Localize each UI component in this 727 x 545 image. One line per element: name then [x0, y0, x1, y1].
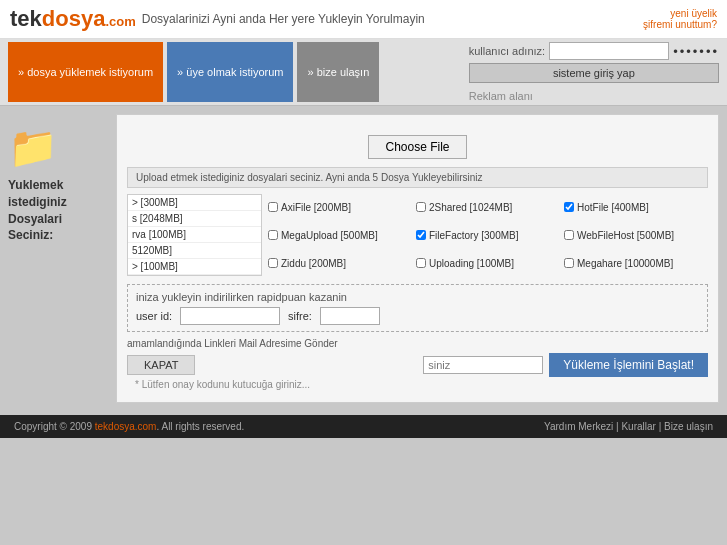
checkbox-filefactory[interactable]	[416, 230, 426, 240]
checkbox-megahare[interactable]	[564, 258, 574, 268]
hosts-section: > [300MB] s [2048MB] rva [100MB] 5120MB]…	[127, 194, 708, 276]
checkbox-hotfile[interactable]	[564, 202, 574, 212]
logo-dosya: dosya	[42, 6, 106, 32]
hosts-left: > [300MB] s [2048MB] rva [100MB] 5120MB]…	[127, 194, 262, 276]
footer: Copyright © 2009 tekdosya.com. All right…	[0, 415, 727, 438]
footer-link-help[interactable]: Yardım Merkezi	[544, 421, 613, 432]
checkbox-ziddu[interactable]	[268, 258, 278, 268]
mail-row: amamlandığında Linkleri Mail Adresime Gö…	[127, 338, 708, 349]
navbar: » dosya yüklemek istiyorum » üye olmak i…	[0, 39, 727, 106]
nav-contact-btn[interactable]: » bize ulaşın	[297, 42, 379, 102]
footer-links: Yardım Merkezi | Kurallar | Bize ulaşın	[544, 421, 713, 432]
host-item-filefactory: FileFactory [300MB]	[414, 222, 560, 248]
checkbox-2shared[interactable]	[416, 202, 426, 212]
tagline: Dosyalarinizi Ayni anda Her yere Yukleyi…	[142, 12, 425, 26]
main-wrapper: 📁 Yuklemek istediginiz Dosyalari Seciniz…	[0, 106, 727, 411]
kapat-btn[interactable]: KAPAT	[127, 355, 195, 375]
header-right: yeni üyelik şifremi unuttum?	[643, 8, 717, 30]
logo: tekdosya.com	[10, 6, 136, 32]
host-label-ziddu: Ziddu [200MB]	[281, 258, 346, 269]
rapidpuan-row: user id: sifre:	[136, 307, 699, 325]
host-label-hotfile: HotFile [400MB]	[577, 202, 649, 213]
host-label-uploading: Uploading [100MB]	[429, 258, 514, 269]
nav-upload-btn[interactable]: » dosya yüklemek istiyorum	[8, 42, 163, 102]
start-upload-btn[interactable]: Yükleme İşlemini Başlat!	[549, 353, 708, 377]
footer-link-contact[interactable]: Bize ulaşın	[664, 421, 713, 432]
host-left-item: > [300MB]	[128, 195, 261, 211]
host-item-axifile: AxiFile [200MB]	[266, 194, 412, 220]
host-left-item: 5120MB]	[128, 243, 261, 259]
hosts-grid: AxiFile [200MB] 2Shared [1024MB] HotFile…	[266, 194, 708, 276]
host-item-hotfile: HotFile [400MB]	[562, 194, 708, 220]
host-left-item: rva [100MB]	[128, 227, 261, 243]
username-label: kullanıcı adınız:	[469, 45, 545, 57]
host-label-megahare: Megahare [10000MB]	[577, 258, 673, 269]
password-dots: •••••••	[673, 44, 719, 59]
footer-left: Copyright © 2009 tekdosya.com. All right…	[14, 421, 244, 432]
sifre-label: sifre:	[288, 310, 312, 322]
host-item-megahare: Megahare [10000MB]	[562, 250, 708, 276]
rapidpuan-title: iniza yukleyin indirilirken rapidpuan ka…	[136, 291, 699, 303]
sifre-unut-link[interactable]: şifremi unuttum?	[643, 19, 717, 30]
host-label-megaupload: MegaUpload [500MB]	[281, 230, 378, 241]
host-left-item: s [2048MB]	[128, 211, 261, 227]
upload-box: Choose File Upload etmek istediginiz dos…	[116, 114, 719, 403]
yeni-uye-link[interactable]: yeni üyelik	[670, 8, 717, 19]
choose-file-btn[interactable]: Choose File	[368, 135, 466, 159]
login-row: kullanıcı adınız: •••••••	[469, 42, 719, 60]
sifre-input[interactable]	[320, 307, 380, 325]
choose-file-area: Choose File	[127, 125, 708, 167]
user-id-label: user id:	[136, 310, 172, 322]
logo-tek: tek	[10, 6, 42, 32]
mail-label: amamlandığında Linkleri Mail Adresime Gö…	[127, 338, 338, 349]
host-item-ziddu: Ziddu [200MB]	[266, 250, 412, 276]
bottom-row: KAPAT Yükleme İşlemini Başlat!	[127, 353, 708, 377]
reklam-text: Reklam alanı	[469, 90, 719, 102]
host-label-axifile: AxiFile [200MB]	[281, 202, 351, 213]
logo-com: .com	[105, 14, 135, 29]
host-item-webfilehost: WebFileHost [500MB]	[562, 222, 708, 248]
footer-brand: tekdosya.com	[95, 421, 157, 432]
checkbox-megaupload[interactable]	[268, 230, 278, 240]
rapidpuan-box: iniza yukleyin indirilirken rapidpuan ka…	[127, 284, 708, 332]
host-label-2shared: 2Shared [1024MB]	[429, 202, 512, 213]
host-left-item: > [100MB]	[128, 259, 261, 275]
username-input[interactable]	[549, 42, 669, 60]
checkbox-axifile[interactable]	[268, 202, 278, 212]
header: tekdosya.com Dosyalarinizi Ayni anda Her…	[0, 0, 727, 39]
left-panel: 📁 Yuklemek istediginiz Dosyalari Seciniz…	[8, 114, 108, 403]
notice: * Lütfen onay kodunu kutucuğa giriniz...	[127, 377, 708, 392]
footer-rights: . All rights reserved.	[156, 421, 244, 432]
footer-copyright: Copyright © 2009	[14, 421, 95, 432]
checkbox-uploading[interactable]	[416, 258, 426, 268]
info-bar: Upload etmek istediginiz dosyalari secin…	[127, 167, 708, 188]
nav-register-btn[interactable]: » üye olmak istiyorum	[167, 42, 293, 102]
host-label-webfilehost: WebFileHost [500MB]	[577, 230, 674, 241]
footer-link-rules[interactable]: Kurallar	[621, 421, 655, 432]
host-label-filefactory: FileFactory [300MB]	[429, 230, 518, 241]
mail-input[interactable]	[423, 356, 543, 374]
user-id-input[interactable]	[180, 307, 280, 325]
host-item-uploading: Uploading [100MB]	[414, 250, 560, 276]
upload-label: Yuklemek istediginiz Dosyalari Seciniz:	[8, 177, 108, 244]
folder-icon: 📁	[8, 124, 108, 171]
host-item-2shared: 2Shared [1024MB]	[414, 194, 560, 220]
host-item-megaupload: MegaUpload [500MB]	[266, 222, 412, 248]
checkbox-webfilehost[interactable]	[564, 230, 574, 240]
login-btn[interactable]: sisteme giriş yap	[469, 63, 719, 83]
